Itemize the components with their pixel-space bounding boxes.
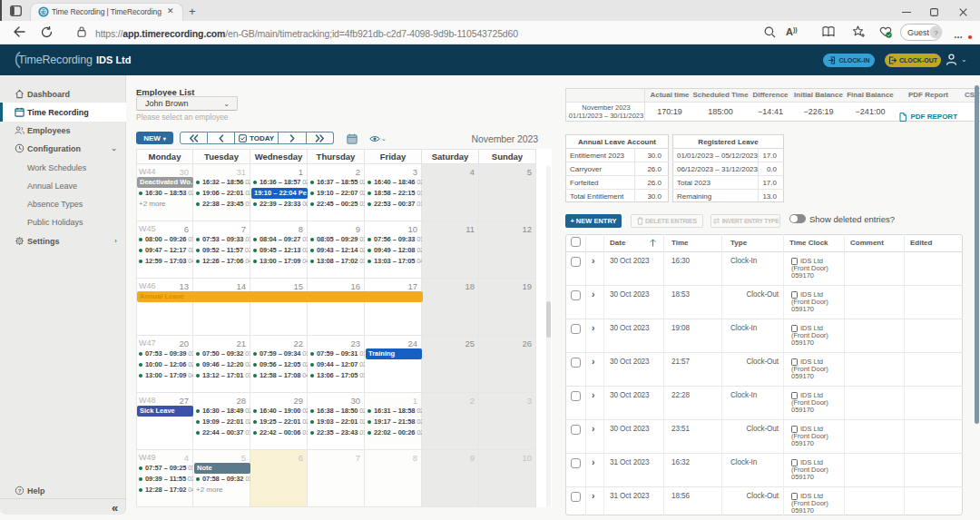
svg-text:TR: TR xyxy=(41,9,47,15)
svg-text:?: ? xyxy=(934,29,938,37)
svg-text:?: ? xyxy=(18,488,22,494)
